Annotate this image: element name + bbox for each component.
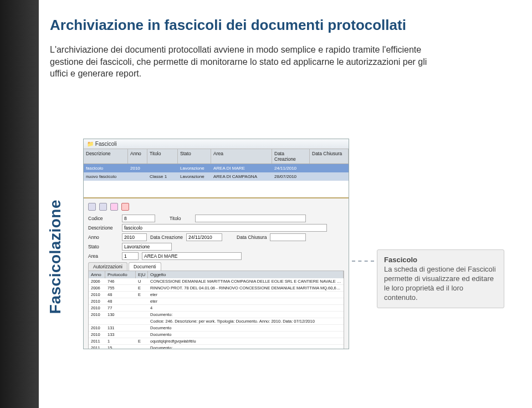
intro-paragraph: L'archiviazione dei documenti protocolla… [50,44,438,80]
descrizione-field[interactable] [122,224,327,232]
col-titolo[interactable]: Titolo [147,149,178,164]
doc-col-anno[interactable]: Anno [89,271,105,278]
col-anno[interactable]: Anno [128,149,147,164]
doc-row[interactable]: 201048Eeter [89,292,344,298]
grid-header: Descrizione Anno Titolo Stato Area Data … [84,149,349,164]
callout-connector [352,261,374,262]
table-row[interactable]: nuovo fascicolo Classe 1 Lavorazione ARE… [84,172,349,181]
fascicoli-window: 📁 Fascicoli Descrizione Anno Titolo Stat… [83,139,349,349]
detail-form: Codice Titolo Descrizione Anno Data Crea… [84,197,349,349]
tab-documenti[interactable]: Documenti [129,262,161,271]
label-anno: Anno [88,234,119,240]
page-title: Archiviazione in fascicoli dei documenti… [50,17,510,34]
section-label-vertical: Fascicolazione [47,200,64,314]
decorative-left-band [0,0,39,408]
data-creazione-field[interactable] [186,233,222,241]
documents-list: Anno Protocollo E|U Oggetto 2006746UCONC… [88,271,344,349]
doc-col-eu[interactable]: E|U [136,271,148,278]
delete-icon[interactable] [121,203,129,211]
doc-row[interactable]: 201048eter [89,298,344,305]
label-data-chiusura: Data Chiusura [237,234,267,240]
doc-row[interactable]: 2006755ERINNOVO PROT. 78 DEL 04.01.06 - … [89,285,344,292]
form-toolbar [88,202,344,213]
doc-row[interactable]: 2010774 [89,305,344,312]
doc-row[interactable]: Codice: 246. Descrizione: per work. Tipo… [89,318,344,325]
callout-fascicolo: Fascicolo La scheda di gestione dei Fasc… [377,249,504,308]
sub-tabs: Autorizzazioni Documenti [88,262,344,271]
callout-title: Fascicolo [384,256,417,264]
stato-field[interactable] [122,243,172,251]
window-title: 📁 Fascicoli [84,139,349,149]
label-area: Area [88,253,119,259]
label-titolo: Titolo [170,216,192,221]
doc-row[interactable]: 2006746UCONCESSIONE DEMANIALE MARITTIMA … [89,278,344,285]
data-chiusura-field[interactable] [270,233,306,241]
edit-icon[interactable] [110,203,118,211]
label-stato: Stato [88,244,119,249]
nav-first-icon[interactable] [88,203,96,211]
table-row[interactable]: fascicolo 2010 Lavorazione AREA DI MARE … [84,164,349,172]
grid-body: fascicolo 2010 Lavorazione AREA DI MARE … [84,164,349,197]
nav-prev-icon[interactable] [99,203,107,211]
titolo-field[interactable] [195,215,306,222]
main-content: Archiviazione in fascicoli dei documenti… [50,17,510,80]
col-area[interactable]: Area [211,149,272,164]
col-data-creazione[interactable]: Data Creazione [272,149,310,164]
col-descrizione[interactable]: Descrizione [84,149,128,164]
doc-row[interactable]: 2010133Documento [89,332,344,338]
doc-col-protocollo[interactable]: Protocollo [105,271,136,278]
doc-row[interactable]: 2010130Documento: [89,312,344,318]
doc-col-oggetto[interactable]: Oggetto [148,271,344,278]
label-descrizione: Descrizione [88,225,119,231]
col-stato[interactable]: Stato [178,149,211,164]
label-codice: Codice [88,216,119,221]
label-data-creazione: Data Creazione [150,234,183,240]
folder-icon: 📁 [87,141,94,147]
doc-row[interactable]: 20111Eoqustqlqiredfgvqwiabfèlu [89,338,344,345]
codice-field[interactable] [122,215,155,222]
anno-field[interactable] [122,233,147,241]
area-code-field[interactable] [122,252,139,260]
tab-autorizzazioni[interactable]: Autorizzazioni [88,262,127,271]
col-data-chiusura[interactable]: Data Chiusura [310,149,349,164]
area-desc-field[interactable] [142,252,242,260]
callout-body: La scheda di gestione dei Fascicoli perm… [384,265,496,302]
doc-row[interactable]: 2010131Documento [89,325,344,332]
doc-row[interactable]: 201115Documento: [89,345,344,349]
